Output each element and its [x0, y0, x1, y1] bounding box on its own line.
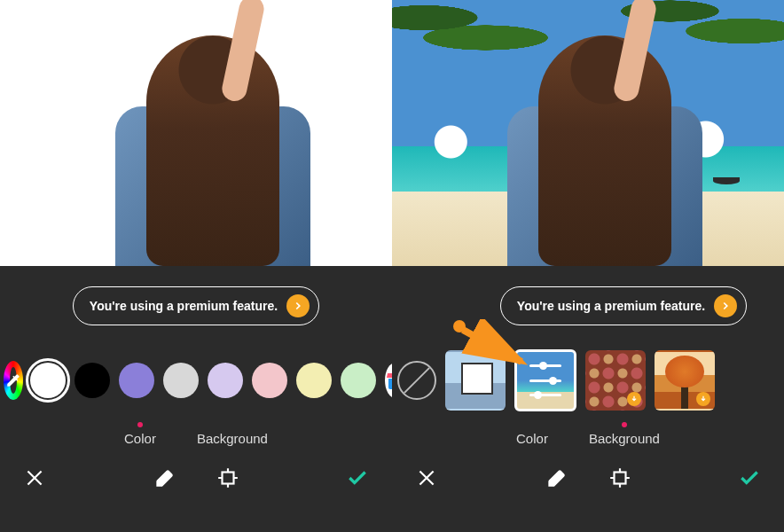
- crop-icon[interactable]: [605, 463, 635, 493]
- tab-row-left: Color Background: [0, 415, 392, 452]
- background-thumb-strip[interactable]: [392, 346, 784, 415]
- swatch-light-gray[interactable]: [163, 363, 199, 398]
- tab-background[interactable]: Background: [589, 422, 660, 446]
- check-icon[interactable]: [734, 463, 764, 493]
- download-icon[interactable]: [696, 392, 710, 406]
- svg-line-3: [463, 330, 521, 362]
- swatch-violet[interactable]: [119, 363, 154, 398]
- chevron-right-icon[interactable]: [286, 294, 310, 317]
- swatch-cream[interactable]: [296, 363, 332, 398]
- subject-on-bg: [490, 0, 711, 266]
- crop-icon[interactable]: [213, 463, 243, 493]
- check-icon[interactable]: [342, 463, 372, 493]
- eraser-icon[interactable]: [149, 463, 179, 493]
- tab-color[interactable]: Color: [124, 422, 156, 446]
- panel-right: You're using a premium feature.: [392, 0, 784, 532]
- chevron-right-icon[interactable]: [714, 294, 737, 317]
- swatch-lavender[interactable]: [208, 363, 243, 398]
- premium-banner-text: You're using a premium feature.: [90, 299, 278, 313]
- preview-new-bg: [392, 0, 784, 266]
- controls-left: You're using a premium feature.: [0, 266, 392, 532]
- premium-banner[interactable]: You're using a premium feature.: [500, 286, 747, 325]
- bottom-bar-left: [0, 452, 392, 504]
- premium-banner-text: You're using a premium feature.: [517, 299, 705, 313]
- bottom-bar-right: [392, 452, 784, 504]
- premium-banner[interactable]: You're using a premium feature.: [73, 286, 319, 325]
- color-swatch-strip[interactable]: [0, 346, 392, 415]
- controls-right: You're using a premium feature.: [392, 266, 784, 532]
- tab-color[interactable]: Color: [516, 422, 548, 446]
- swatch-mint[interactable]: [341, 363, 376, 398]
- preview-removed-bg: [0, 0, 392, 266]
- bg-autumn[interactable]: [655, 350, 715, 411]
- bg-none[interactable]: [397, 361, 436, 400]
- pointer-arrow: [452, 319, 532, 372]
- subject-cutout: [98, 0, 319, 266]
- boat: [713, 177, 740, 184]
- svg-rect-4: [615, 473, 626, 484]
- swatch-black[interactable]: [74, 363, 110, 398]
- swatch-white[interactable]: [30, 363, 66, 398]
- panel-left: You're using a premium feature.: [0, 0, 392, 532]
- close-icon[interactable]: [412, 463, 442, 493]
- swatch-pink[interactable]: [252, 363, 287, 398]
- tab-row-right: Color Background: [392, 415, 784, 452]
- tab-background[interactable]: Background: [197, 422, 268, 446]
- bg-pattern-floral[interactable]: [585, 350, 646, 411]
- download-icon[interactable]: [627, 392, 641, 406]
- svg-rect-1: [223, 473, 234, 484]
- close-icon[interactable]: [20, 463, 50, 493]
- eraser-icon[interactable]: [541, 463, 571, 493]
- sliders-icon: [529, 364, 561, 396]
- eyedropper-icon[interactable]: [5, 363, 21, 398]
